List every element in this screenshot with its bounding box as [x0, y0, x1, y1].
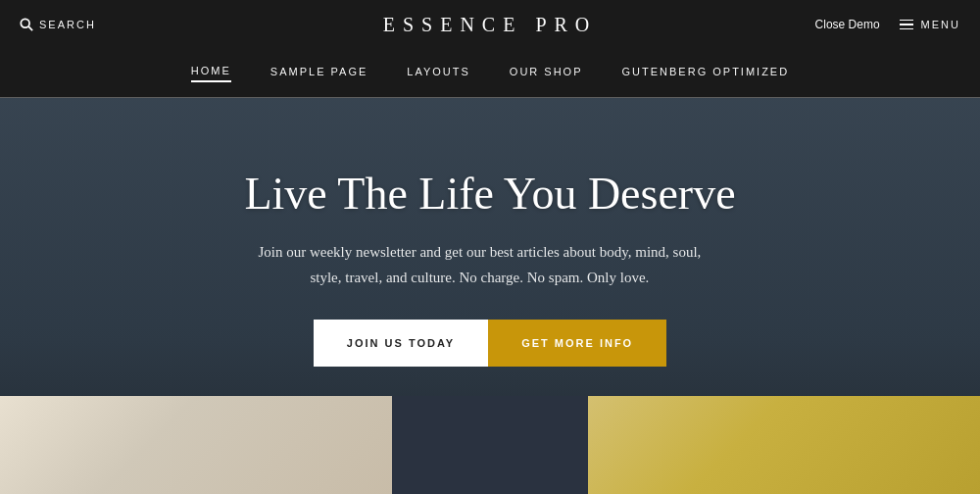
- top-bar: SEARCH ESSENCE PRO Close Demo MENU: [0, 0, 980, 49]
- hero-section: Live The Life You Deserve Join our weekl…: [0, 98, 980, 494]
- menu-button[interactable]: MENU: [900, 19, 960, 30]
- hero-subtext: Join our weekly newsletter and get our b…: [244, 240, 714, 290]
- hero-subtext-line1: Join our weekly newsletter and get our b…: [258, 244, 701, 260]
- top-right-controls: Close Demo MENU: [815, 18, 960, 31]
- hero-heading: Live The Life You Deserve: [244, 167, 735, 221]
- nav-item-sample-page[interactable]: SAMPLE PAGE: [270, 66, 368, 81]
- join-us-button[interactable]: JOIN US TODAY: [314, 320, 488, 367]
- search-label: SEARCH: [39, 19, 96, 30]
- bottom-image-gap: [392, 396, 588, 494]
- hero-content: Live The Life You Deserve Join our weekl…: [224, 167, 755, 367]
- hero-subtext-line2: style, travel, and culture. No charge. N…: [310, 270, 649, 285]
- hero-buttons: JOIN US TODAY GET MORE INFO: [244, 320, 735, 367]
- bottom-image-right: [588, 396, 980, 494]
- nav-item-home[interactable]: HOME: [191, 65, 231, 82]
- nav-item-our-shop[interactable]: OUR SHOP: [510, 66, 583, 81]
- menu-label: MENU: [921, 19, 960, 30]
- nav-item-gutenberg[interactable]: GUTENBERG OPTIMIZED: [622, 66, 790, 81]
- site-title: ESSENCE PRO: [383, 14, 598, 36]
- nav-divider: [0, 97, 980, 98]
- search-icon: [20, 18, 33, 31]
- get-more-info-button[interactable]: GET MORE INFO: [488, 320, 666, 367]
- search-button[interactable]: SEARCH: [20, 18, 96, 31]
- hamburger-icon: [900, 20, 913, 30]
- nav-item-layouts[interactable]: LAYOUTS: [407, 66, 470, 81]
- svg-point-0: [21, 19, 29, 27]
- bottom-image-left: [0, 396, 392, 494]
- bottom-image-strip: [0, 396, 980, 494]
- close-demo-button[interactable]: Close Demo: [815, 18, 880, 31]
- navigation: HOME SAMPLE PAGE LAYOUTS OUR SHOP GUTENB…: [0, 49, 980, 98]
- svg-line-1: [28, 26, 32, 30]
